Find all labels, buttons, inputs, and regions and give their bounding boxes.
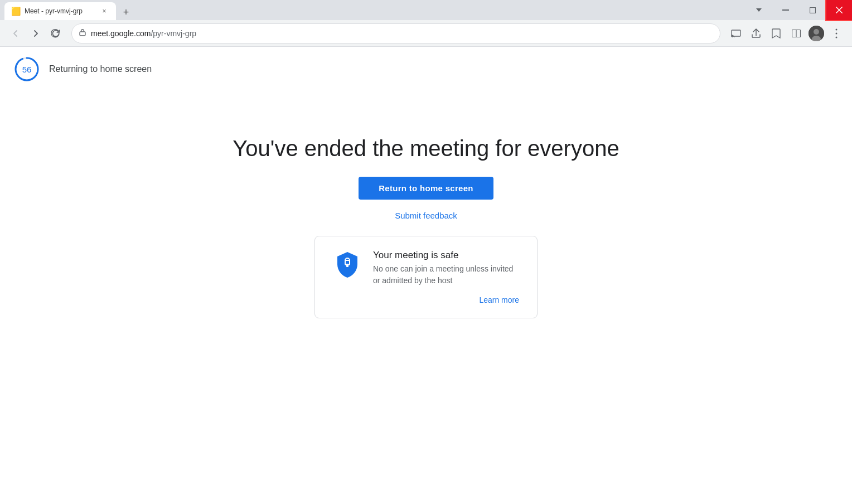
svg-rect-18 <box>346 264 348 267</box>
new-tab-button[interactable]: + <box>118 4 134 20</box>
back-button[interactable] <box>7 25 25 42</box>
learn-more-link[interactable]: Learn more <box>333 295 519 304</box>
submit-feedback-link[interactable]: Submit feedback <box>395 211 457 220</box>
title-bar-left: 🟨 Meet - pyr-vmvj-grp × + <box>0 0 746 20</box>
title-bar-right <box>746 0 852 20</box>
toolbar-right <box>727 25 845 42</box>
share-button[interactable] <box>747 25 765 42</box>
split-view-button[interactable] <box>787 25 805 42</box>
tab-title: Meet - pyr-vmvj-grp <box>25 7 95 15</box>
forward-button[interactable] <box>27 25 45 42</box>
shield-icon <box>333 250 362 279</box>
tab-strip: 🟨 Meet - pyr-vmvj-grp × + <box>0 0 134 20</box>
safety-description: No one can join a meeting unless invited… <box>373 263 519 287</box>
svg-point-14 <box>836 36 838 38</box>
active-tab[interactable]: 🟨 Meet - pyr-vmvj-grp × <box>4 2 116 20</box>
svg-rect-1 <box>810 7 815 13</box>
close-button[interactable] <box>826 0 852 20</box>
safety-title: Your meeting is safe <box>373 250 519 261</box>
toolbar: meet.google.com/pyr-vmvj-grp <box>0 20 852 47</box>
profile-button[interactable] <box>807 25 825 42</box>
address-text: meet.google.com/pyr-vmvj-grp <box>91 29 713 38</box>
safety-card-header: Your meeting is safe No one can join a m… <box>333 250 519 287</box>
tab-dropdown-button[interactable] <box>746 0 772 20</box>
avatar <box>809 26 824 41</box>
countdown-bar: 56 Returning to home screen <box>0 47 852 91</box>
countdown-number: 56 <box>22 65 32 74</box>
bookmark-button[interactable] <box>767 25 785 42</box>
countdown-circle: 56 <box>13 56 40 83</box>
svg-rect-0 <box>782 9 789 11</box>
main-section: You've ended the meeting for everyone Re… <box>0 91 852 504</box>
cast-button[interactable] <box>727 25 745 42</box>
lock-icon <box>79 28 86 38</box>
tab-favicon: 🟨 <box>11 7 20 16</box>
svg-point-12 <box>836 28 838 30</box>
safety-card-body: Your meeting is safe No one can join a m… <box>373 250 519 287</box>
refresh-button[interactable] <box>47 25 65 42</box>
page-content: 56 Returning to home screen You've ended… <box>0 47 852 504</box>
title-bar: 🟨 Meet - pyr-vmvj-grp × + <box>0 0 852 20</box>
svg-rect-4 <box>80 32 85 36</box>
return-home-button[interactable]: Return to home screen <box>359 177 493 200</box>
minimize-button[interactable] <box>773 0 798 20</box>
menu-button[interactable] <box>827 25 845 42</box>
address-bar[interactable]: meet.google.com/pyr-vmvj-grp <box>71 23 720 43</box>
ended-title: You've ended the meeting for everyone <box>233 136 619 161</box>
countdown-text: Returning to home screen <box>49 64 152 74</box>
maximize-button[interactable] <box>800 0 825 20</box>
tab-close-button[interactable]: × <box>99 6 109 16</box>
svg-point-10 <box>814 29 819 35</box>
safety-card: Your meeting is safe No one can join a m… <box>314 236 538 318</box>
svg-point-13 <box>836 32 838 34</box>
